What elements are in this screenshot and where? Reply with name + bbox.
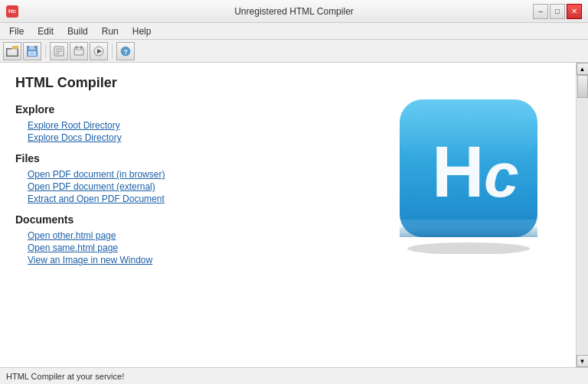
menu-build[interactable]: Build (61, 24, 94, 38)
scroll-thumb[interactable] (577, 75, 588, 98)
svg-rect-13 (74, 47, 83, 55)
link-pdf-browser[interactable]: Open PDF document (in browser) (28, 169, 346, 180)
close-button[interactable]: ✕ (567, 4, 582, 19)
menu-edit[interactable]: Edit (31, 24, 60, 38)
svg-rect-1 (6, 48, 8, 56)
scrollbar[interactable]: ▲ ▼ (576, 63, 588, 367)
link-pdf-external[interactable]: Open PDF document (external) (28, 181, 346, 192)
title-bar: Hc Unregistered HTML Compiler – □ ✕ (0, 0, 588, 23)
window-title: Unregistered HTML Compiler (234, 6, 354, 17)
page-title: HTML Compiler (15, 75, 346, 91)
svg-rect-8 (30, 52, 34, 55)
svg-marker-18 (97, 49, 102, 54)
toolbar-btn-3[interactable] (50, 42, 68, 60)
scroll-down[interactable]: ▼ (577, 355, 589, 367)
link-other-html[interactable]: Open other.html page (28, 230, 346, 241)
section-heading-documents: Documents (15, 213, 346, 226)
svg-rect-5 (29, 46, 35, 50)
status-bar: HTML Compiler at your service! (0, 367, 588, 384)
link-image-window[interactable]: View an Image in new Window (28, 255, 346, 265)
svg-point-21 (407, 242, 530, 254)
main-area: HTML Compiler Explore Explore Root Direc… (0, 63, 588, 367)
svg-text:c: c (484, 140, 519, 210)
menu-file[interactable]: File (3, 24, 30, 38)
content-panel: HTML Compiler Explore Explore Root Direc… (0, 63, 361, 367)
toolbar-help[interactable]: ? (116, 42, 135, 60)
hc-logo: H c (392, 93, 545, 246)
menu-run[interactable]: Run (96, 24, 125, 38)
svg-text:H: H (432, 131, 485, 212)
menu-help[interactable]: Help (126, 24, 158, 38)
toolbar-open[interactable] (3, 42, 21, 60)
link-pdf-extract[interactable]: Extract and Open PDF Document (28, 194, 346, 204)
logo-area: H c (361, 63, 576, 367)
app-icon-small: Hc (6, 5, 18, 18)
svg-rect-6 (34, 46, 36, 48)
toolbar-sep-1 (45, 44, 46, 59)
link-explore-root[interactable]: Explore Root Directory (28, 120, 346, 131)
svg-rect-25 (400, 227, 537, 237)
title-bar-controls: – □ ✕ (533, 4, 582, 19)
maximize-button[interactable]: □ (550, 4, 565, 19)
toolbar-btn-5[interactable] (90, 42, 108, 60)
svg-rect-3 (18, 49, 19, 56)
toolbar-sep-2 (112, 44, 113, 59)
svg-rect-16 (80, 46, 82, 49)
scroll-track[interactable] (577, 75, 588, 355)
menu-bar: File Edit Build Run Help (0, 23, 588, 40)
link-explore-docs[interactable]: Explore Docs Directory (28, 132, 346, 143)
app-icon-text: Hc (8, 8, 16, 15)
toolbar: ? (0, 40, 588, 63)
scroll-up[interactable]: ▲ (577, 63, 589, 75)
section-heading-files: Files (15, 152, 346, 164)
toolbar-save[interactable] (23, 42, 41, 60)
link-same-html[interactable]: Open same.html page (28, 242, 346, 253)
toolbar-btn-4[interactable] (70, 42, 88, 60)
status-text: HTML Compiler at your service! (6, 372, 124, 381)
minimize-button[interactable]: – (533, 4, 548, 19)
section-heading-explore: Explore (15, 103, 346, 116)
svg-rect-15 (76, 46, 77, 49)
svg-rect-2 (6, 55, 18, 57)
svg-text:?: ? (123, 48, 128, 56)
title-bar-left: Hc (6, 5, 18, 18)
